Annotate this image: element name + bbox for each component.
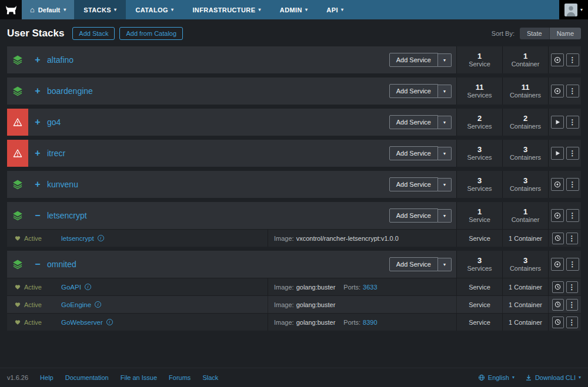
add-from-catalog-button[interactable]: Add from Catalog	[119, 27, 183, 40]
nav-item-stacks[interactable]: STACKS ▾	[74, 0, 126, 19]
footer: v1.6.26 HelpDocumentationFile an IssueFo…	[0, 368, 588, 387]
add-service-group: Add Service ▾	[389, 171, 452, 198]
stack-name-link[interactable]: omnited	[47, 251, 389, 278]
add-service-dropdown-button[interactable]: ▾	[438, 85, 452, 98]
footer-link[interactable]: Documentation	[65, 374, 109, 381]
layers-icon	[12, 210, 23, 221]
stack-quick-action-button[interactable]	[551, 53, 564, 66]
stack-name-link[interactable]: kunvenu	[47, 171, 389, 198]
service-actions: ⋮	[548, 314, 581, 331]
service-name-link[interactable]: GoAPI	[61, 284, 81, 291]
services-count-cell: 3 Services	[456, 171, 502, 198]
stack-menu-button[interactable]: ⋮	[566, 116, 579, 129]
nav-item-api[interactable]: API ▾	[317, 0, 353, 19]
service-restart-button[interactable]	[552, 233, 564, 244]
environment-selector[interactable]: ⌂ Default ▾	[22, 0, 74, 19]
footer-link[interactable]: Forums	[169, 374, 191, 381]
expand-toggle[interactable]: −	[28, 251, 47, 278]
image-value: golang:buster	[296, 301, 336, 308]
port-link[interactable]: 8390	[363, 319, 377, 326]
stack-quick-action-button[interactable]	[551, 209, 564, 222]
expand-toggle[interactable]: +	[28, 140, 47, 167]
service-name-link[interactable]: letsencrypt	[61, 235, 94, 242]
stack-name-link[interactable]: go4	[47, 109, 389, 136]
stack-menu-button[interactable]: ⋮	[566, 85, 579, 97]
stack-menu-button[interactable]: ⋮	[566, 209, 579, 222]
port-link[interactable]: 3633	[363, 284, 377, 291]
service-name-link[interactable]: GoWebserver	[61, 319, 103, 326]
top-navbar: ⌂ Default ▾ STACKS ▾ CATALOG ▾ INFRASTRU…	[0, 0, 588, 19]
add-service-dropdown-button[interactable]: ▾	[438, 116, 452, 129]
nav-item-admin[interactable]: ADMIN ▾	[270, 0, 317, 19]
info-icon[interactable]: i	[85, 284, 91, 290]
add-service-button[interactable]: Add Service	[389, 115, 438, 129]
stack-quick-action-button[interactable]	[551, 116, 564, 129]
circle-dot-icon	[554, 261, 561, 268]
sort-state-button[interactable]: State	[520, 28, 550, 39]
add-service-button[interactable]: Add Service	[389, 177, 438, 191]
nav-item-infrastructure[interactable]: INFRASTRUCTURE ▾	[183, 0, 270, 19]
stack-quick-action-button[interactable]	[551, 178, 564, 191]
rancher-logo[interactable]	[0, 0, 22, 19]
footer-link[interactable]: File an Issue	[121, 374, 157, 381]
stack-menu-button[interactable]: ⋮	[566, 178, 579, 191]
stack-name-link[interactable]: altafino	[47, 46, 389, 73]
stack-services: Active letsencrypt i Image: vxcontrol/ra…	[7, 229, 581, 247]
containers-count-cell: 1 Container	[502, 46, 548, 73]
stack-header-row: + boardengine Add Service ▾ 11 Services …	[7, 78, 581, 105]
nav-item-catalog[interactable]: CATALOG ▾	[126, 0, 183, 19]
info-icon[interactable]: i	[106, 319, 113, 325]
stack-quick-action-button[interactable]	[551, 147, 564, 160]
expand-toggle[interactable]: +	[28, 78, 47, 105]
stack-quick-action-button[interactable]	[551, 258, 564, 271]
stack-name-link[interactable]: boardengine	[47, 78, 389, 105]
language-selector[interactable]: English ▾	[478, 374, 514, 381]
add-service-button[interactable]: Add Service	[389, 146, 438, 160]
service-menu-button[interactable]: ⋮	[566, 317, 578, 328]
services-count: 3	[477, 176, 482, 186]
stack-quick-action-button[interactable]	[551, 85, 564, 97]
service-menu-button[interactable]: ⋮	[566, 233, 578, 244]
stack-menu-button[interactable]: ⋮	[566, 258, 579, 271]
info-icon[interactable]: i	[98, 235, 104, 241]
add-stack-button[interactable]: Add Stack	[72, 27, 115, 40]
add-service-button[interactable]: Add Service	[389, 257, 438, 271]
expand-toggle-icon: +	[35, 148, 40, 159]
expand-toggle[interactable]: +	[28, 109, 47, 136]
services-count: 11	[476, 83, 484, 92]
chevron-down-icon: ▾	[258, 8, 260, 12]
expand-toggle[interactable]: +	[28, 46, 47, 73]
add-service-dropdown-button[interactable]: ▾	[438, 209, 452, 223]
service-restart-button[interactable]	[552, 281, 564, 293]
user-menu[interactable]: ▾	[559, 0, 588, 19]
download-cli-menu[interactable]: Download CLI ▾	[525, 374, 581, 381]
stack-name-link[interactable]: itrecr	[47, 140, 389, 167]
service-ports: Ports: 3633	[343, 284, 377, 291]
containers-count-label: Containers	[510, 123, 541, 130]
expand-toggle[interactable]: −	[28, 202, 47, 229]
add-service-dropdown-button[interactable]: ▾	[438, 147, 452, 160]
service-name-link[interactable]: GoEngine	[61, 301, 91, 308]
stack-card: − omnited Add Service ▾ 3 Services 3 Con…	[7, 251, 581, 331]
add-service-button[interactable]: Add Service	[389, 208, 438, 223]
stack-menu-button[interactable]: ⋮	[566, 147, 579, 160]
footer-link[interactable]: Slack	[202, 374, 218, 381]
add-service-button[interactable]: Add Service	[389, 84, 438, 98]
add-service-button[interactable]: Add Service	[389, 53, 438, 67]
service-menu-button[interactable]: ⋮	[566, 299, 578, 311]
service-menu-button[interactable]: ⋮	[566, 281, 578, 293]
add-service-dropdown-button[interactable]: ▾	[438, 178, 452, 191]
expand-toggle[interactable]: +	[28, 171, 47, 198]
footer-link[interactable]: Help	[40, 374, 54, 381]
stack-name-link[interactable]: letsencrypt	[47, 202, 389, 229]
service-restart-button[interactable]	[552, 299, 564, 311]
stack-menu-button[interactable]: ⋮	[566, 53, 579, 66]
add-service-dropdown-button[interactable]: ▾	[438, 53, 452, 67]
footer-links: HelpDocumentationFile an IssueForumsSlac…	[40, 374, 218, 381]
sort-name-button[interactable]: Name	[550, 28, 581, 39]
stack-actions: ⋮	[548, 140, 581, 167]
info-icon[interactable]: i	[95, 301, 101, 308]
chevron-down-icon: ▾	[305, 8, 308, 12]
service-restart-button[interactable]	[552, 317, 564, 328]
add-service-dropdown-button[interactable]: ▾	[438, 258, 452, 271]
